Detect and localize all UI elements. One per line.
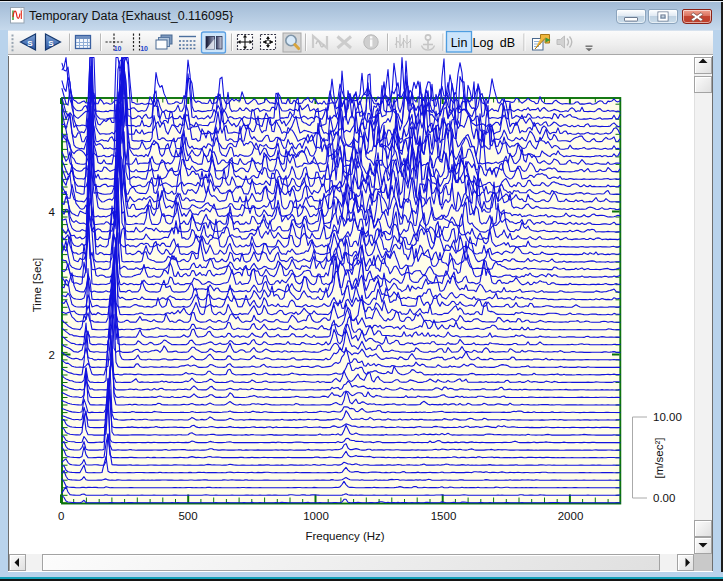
svg-text:1500: 1500: [431, 510, 457, 522]
svg-text:500: 500: [178, 510, 197, 522]
svg-text:0: 0: [58, 510, 64, 522]
svg-text:[m/sec²]: [m/sec²]: [653, 438, 665, 479]
svg-text:0.00: 0.00: [653, 492, 675, 504]
svg-text:2: 2: [49, 349, 55, 361]
svg-text:Time [Sec]: Time [Sec]: [31, 258, 43, 313]
svg-text:1000: 1000: [303, 510, 329, 522]
svg-text:2000: 2000: [558, 510, 584, 522]
svg-text:4: 4: [49, 206, 56, 218]
svg-text:10.00: 10.00: [653, 411, 682, 423]
svg-text:Frequency (Hz): Frequency (Hz): [305, 530, 384, 542]
